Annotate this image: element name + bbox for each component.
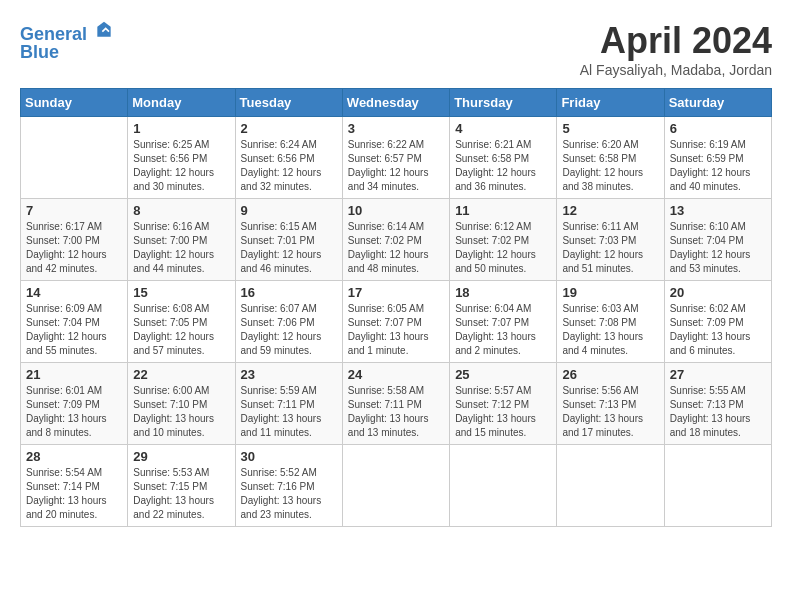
calendar-cell: 12Sunrise: 6:11 AM Sunset: 7:03 PM Dayli…: [557, 199, 664, 281]
day-number: 16: [241, 285, 337, 300]
calendar-cell: 13Sunrise: 6:10 AM Sunset: 7:04 PM Dayli…: [664, 199, 771, 281]
day-info: Sunrise: 6:22 AM Sunset: 6:57 PM Dayligh…: [348, 138, 444, 194]
day-number: 26: [562, 367, 658, 382]
day-number: 23: [241, 367, 337, 382]
day-number: 19: [562, 285, 658, 300]
day-info: Sunrise: 6:01 AM Sunset: 7:09 PM Dayligh…: [26, 384, 122, 440]
day-number: 5: [562, 121, 658, 136]
calendar-cell: 30Sunrise: 5:52 AM Sunset: 7:16 PM Dayli…: [235, 445, 342, 527]
day-info: Sunrise: 6:10 AM Sunset: 7:04 PM Dayligh…: [670, 220, 766, 276]
page-header: General Blue April 2024 Al Faysaliyah, M…: [20, 20, 772, 78]
calendar-cell: 2Sunrise: 6:24 AM Sunset: 6:56 PM Daylig…: [235, 117, 342, 199]
day-number: 3: [348, 121, 444, 136]
calendar-cell: 9Sunrise: 6:15 AM Sunset: 7:01 PM Daylig…: [235, 199, 342, 281]
day-info: Sunrise: 5:58 AM Sunset: 7:11 PM Dayligh…: [348, 384, 444, 440]
day-number: 11: [455, 203, 551, 218]
calendar-cell: 1Sunrise: 6:25 AM Sunset: 6:56 PM Daylig…: [128, 117, 235, 199]
day-number: 29: [133, 449, 229, 464]
calendar-cell: [342, 445, 449, 527]
day-info: Sunrise: 6:14 AM Sunset: 7:02 PM Dayligh…: [348, 220, 444, 276]
calendar-week-row: 14Sunrise: 6:09 AM Sunset: 7:04 PM Dayli…: [21, 281, 772, 363]
title-block: April 2024 Al Faysaliyah, Madaba, Jordan: [580, 20, 772, 78]
day-info: Sunrise: 6:20 AM Sunset: 6:58 PM Dayligh…: [562, 138, 658, 194]
calendar-table: SundayMondayTuesdayWednesdayThursdayFrid…: [20, 88, 772, 527]
day-info: Sunrise: 6:09 AM Sunset: 7:04 PM Dayligh…: [26, 302, 122, 358]
calendar-cell: [557, 445, 664, 527]
calendar-cell: [664, 445, 771, 527]
calendar-cell: 20Sunrise: 6:02 AM Sunset: 7:09 PM Dayli…: [664, 281, 771, 363]
day-info: Sunrise: 5:56 AM Sunset: 7:13 PM Dayligh…: [562, 384, 658, 440]
calendar-cell: 18Sunrise: 6:04 AM Sunset: 7:07 PM Dayli…: [450, 281, 557, 363]
day-number: 20: [670, 285, 766, 300]
calendar-cell: 19Sunrise: 6:03 AM Sunset: 7:08 PM Dayli…: [557, 281, 664, 363]
day-number: 7: [26, 203, 122, 218]
calendar-week-row: 21Sunrise: 6:01 AM Sunset: 7:09 PM Dayli…: [21, 363, 772, 445]
calendar-cell: 10Sunrise: 6:14 AM Sunset: 7:02 PM Dayli…: [342, 199, 449, 281]
calendar-cell: 26Sunrise: 5:56 AM Sunset: 7:13 PM Dayli…: [557, 363, 664, 445]
logo: General Blue: [20, 20, 114, 63]
weekday-header-tuesday: Tuesday: [235, 89, 342, 117]
day-info: Sunrise: 6:07 AM Sunset: 7:06 PM Dayligh…: [241, 302, 337, 358]
day-info: Sunrise: 6:24 AM Sunset: 6:56 PM Dayligh…: [241, 138, 337, 194]
day-number: 28: [26, 449, 122, 464]
day-number: 12: [562, 203, 658, 218]
calendar-cell: 3Sunrise: 6:22 AM Sunset: 6:57 PM Daylig…: [342, 117, 449, 199]
day-number: 1: [133, 121, 229, 136]
day-info: Sunrise: 6:21 AM Sunset: 6:58 PM Dayligh…: [455, 138, 551, 194]
day-number: 6: [670, 121, 766, 136]
calendar-cell: 23Sunrise: 5:59 AM Sunset: 7:11 PM Dayli…: [235, 363, 342, 445]
weekday-header-wednesday: Wednesday: [342, 89, 449, 117]
day-number: 25: [455, 367, 551, 382]
day-number: 24: [348, 367, 444, 382]
weekday-header-monday: Monday: [128, 89, 235, 117]
day-info: Sunrise: 6:19 AM Sunset: 6:59 PM Dayligh…: [670, 138, 766, 194]
calendar-week-row: 28Sunrise: 5:54 AM Sunset: 7:14 PM Dayli…: [21, 445, 772, 527]
day-info: Sunrise: 6:12 AM Sunset: 7:02 PM Dayligh…: [455, 220, 551, 276]
location: Al Faysaliyah, Madaba, Jordan: [580, 62, 772, 78]
day-info: Sunrise: 5:52 AM Sunset: 7:16 PM Dayligh…: [241, 466, 337, 522]
day-info: Sunrise: 6:00 AM Sunset: 7:10 PM Dayligh…: [133, 384, 229, 440]
day-info: Sunrise: 6:11 AM Sunset: 7:03 PM Dayligh…: [562, 220, 658, 276]
calendar-cell: 8Sunrise: 6:16 AM Sunset: 7:00 PM Daylig…: [128, 199, 235, 281]
calendar-week-row: 7Sunrise: 6:17 AM Sunset: 7:00 PM Daylig…: [21, 199, 772, 281]
calendar-cell: 21Sunrise: 6:01 AM Sunset: 7:09 PM Dayli…: [21, 363, 128, 445]
calendar-cell: 11Sunrise: 6:12 AM Sunset: 7:02 PM Dayli…: [450, 199, 557, 281]
day-info: Sunrise: 5:53 AM Sunset: 7:15 PM Dayligh…: [133, 466, 229, 522]
day-number: 10: [348, 203, 444, 218]
calendar-cell: 16Sunrise: 6:07 AM Sunset: 7:06 PM Dayli…: [235, 281, 342, 363]
day-info: Sunrise: 5:54 AM Sunset: 7:14 PM Dayligh…: [26, 466, 122, 522]
calendar-cell: 29Sunrise: 5:53 AM Sunset: 7:15 PM Dayli…: [128, 445, 235, 527]
weekday-header-saturday: Saturday: [664, 89, 771, 117]
calendar-week-row: 1Sunrise: 6:25 AM Sunset: 6:56 PM Daylig…: [21, 117, 772, 199]
calendar-cell: 6Sunrise: 6:19 AM Sunset: 6:59 PM Daylig…: [664, 117, 771, 199]
weekday-header-friday: Friday: [557, 89, 664, 117]
day-info: Sunrise: 5:55 AM Sunset: 7:13 PM Dayligh…: [670, 384, 766, 440]
day-info: Sunrise: 5:57 AM Sunset: 7:12 PM Dayligh…: [455, 384, 551, 440]
day-info: Sunrise: 6:15 AM Sunset: 7:01 PM Dayligh…: [241, 220, 337, 276]
month-title: April 2024: [580, 20, 772, 62]
calendar-cell: 7Sunrise: 6:17 AM Sunset: 7:00 PM Daylig…: [21, 199, 128, 281]
day-number: 21: [26, 367, 122, 382]
day-number: 18: [455, 285, 551, 300]
day-number: 14: [26, 285, 122, 300]
weekday-header-row: SundayMondayTuesdayWednesdayThursdayFrid…: [21, 89, 772, 117]
day-info: Sunrise: 6:05 AM Sunset: 7:07 PM Dayligh…: [348, 302, 444, 358]
day-number: 13: [670, 203, 766, 218]
day-number: 9: [241, 203, 337, 218]
day-info: Sunrise: 5:59 AM Sunset: 7:11 PM Dayligh…: [241, 384, 337, 440]
calendar-cell: 14Sunrise: 6:09 AM Sunset: 7:04 PM Dayli…: [21, 281, 128, 363]
day-info: Sunrise: 6:02 AM Sunset: 7:09 PM Dayligh…: [670, 302, 766, 358]
day-info: Sunrise: 6:08 AM Sunset: 7:05 PM Dayligh…: [133, 302, 229, 358]
day-number: 22: [133, 367, 229, 382]
day-info: Sunrise: 6:17 AM Sunset: 7:00 PM Dayligh…: [26, 220, 122, 276]
calendar-cell: 15Sunrise: 6:08 AM Sunset: 7:05 PM Dayli…: [128, 281, 235, 363]
calendar-cell: 4Sunrise: 6:21 AM Sunset: 6:58 PM Daylig…: [450, 117, 557, 199]
weekday-header-sunday: Sunday: [21, 89, 128, 117]
day-info: Sunrise: 6:25 AM Sunset: 6:56 PM Dayligh…: [133, 138, 229, 194]
calendar-cell: 25Sunrise: 5:57 AM Sunset: 7:12 PM Dayli…: [450, 363, 557, 445]
day-number: 17: [348, 285, 444, 300]
day-info: Sunrise: 6:03 AM Sunset: 7:08 PM Dayligh…: [562, 302, 658, 358]
calendar-cell: 28Sunrise: 5:54 AM Sunset: 7:14 PM Dayli…: [21, 445, 128, 527]
calendar-cell: [21, 117, 128, 199]
weekday-header-thursday: Thursday: [450, 89, 557, 117]
